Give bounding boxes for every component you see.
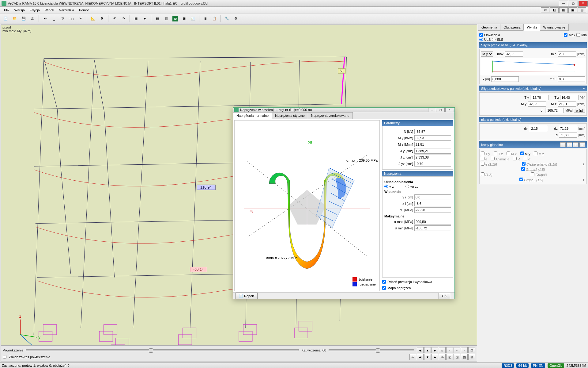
opt-d[interactable]: ⊞ [468, 354, 475, 360]
sigma-input[interactable] [545, 108, 564, 113]
dtab-tangent[interactable]: Naprężenia styczne [272, 112, 308, 119]
nav-down[interactable]: ▼ [424, 354, 431, 360]
node-tool[interactable]: ⊹ [41, 15, 49, 23]
save-button[interactable]: 💾 [20, 15, 28, 23]
menu-plik[interactable]: Plik [2, 7, 12, 13]
tab-wyniki[interactable]: Wyniki [523, 24, 540, 31]
load-tool[interactable]: ↓↓↓ [68, 15, 76, 23]
ty-input[interactable] [530, 95, 548, 100]
my-input[interactable] [528, 101, 546, 107]
grid-button[interactable]: ▦ [132, 15, 140, 23]
force-min-input[interactable] [558, 51, 576, 57]
grp-left-1[interactable] [481, 162, 484, 166]
report-button[interactable]: 📋 [210, 15, 218, 23]
grp-g1[interactable] [521, 167, 525, 171]
dlg-si-input[interactable] [414, 207, 451, 213]
menu-edycja[interactable]: Edycja [27, 7, 42, 13]
chart-opt-1[interactable]: ⊞ [560, 142, 566, 147]
nav-next[interactable]: ▶ [432, 354, 438, 360]
redo-button[interactable]: ↷ [119, 15, 127, 23]
print-button[interactable]: 🖶 [28, 15, 36, 23]
force-component-select[interactable]: M y [481, 51, 493, 57]
dlg-n-input[interactable] [414, 129, 451, 134]
chk-ty[interactable] [481, 151, 484, 155]
table-button[interactable]: ⊞ [180, 15, 188, 23]
grp-g3[interactable] [531, 172, 534, 176]
nav-next2[interactable]: ≫ [439, 354, 446, 360]
dialog-maximize[interactable]: ▢ [437, 108, 445, 112]
view-yz[interactable]: ▫ [461, 347, 468, 353]
filter-button[interactable]: ▼ [141, 15, 149, 23]
chk-stressmap[interactable] [382, 286, 386, 290]
dialog-close[interactable]: ✕ [445, 108, 453, 112]
chk-anim[interactable] [491, 157, 495, 160]
view-toggle-3[interactable]: ▦ [559, 7, 568, 13]
grp-cw[interactable] [522, 162, 526, 166]
nav-left[interactable]: ◀ [417, 347, 424, 353]
calc-1-button[interactable]: ▤ [153, 15, 161, 23]
opt-c[interactable]: ◳ [461, 354, 468, 360]
zoom-slider[interactable] [26, 349, 299, 351]
dialog-minimize[interactable]: — [428, 108, 436, 112]
calc-2-button[interactable]: ▥ [162, 15, 170, 23]
dlg-jy-input[interactable] [414, 148, 451, 154]
dropdown-icon[interactable]: ▾ [583, 86, 585, 90]
delete-tool[interactable]: ✖ [98, 15, 106, 23]
nav-prev2[interactable]: ≪ [409, 354, 416, 360]
undo-button[interactable]: ↶ [111, 15, 119, 23]
nav-prev[interactable]: ◀ [417, 354, 424, 360]
tab-geometria[interactable]: Geometria [478, 24, 500, 31]
bar-tool[interactable]: ⎯ [50, 15, 58, 23]
chk-mx[interactable] [507, 151, 510, 155]
view-toggle-1[interactable]: 👁 [541, 7, 549, 13]
chart-opt-2[interactable]: ⊟ [567, 142, 572, 147]
chk-r[interactable] [513, 157, 517, 160]
sls-radio[interactable] [492, 38, 496, 41]
yz-radio[interactable] [384, 185, 388, 188]
dy-input[interactable] [529, 126, 547, 131]
open-button[interactable]: 📂 [11, 15, 19, 23]
chart-opt-3[interactable]: ✚ [573, 142, 579, 147]
menu-wersja[interactable]: Wersja [12, 7, 27, 13]
view-iso[interactable]: ◳ [468, 347, 475, 353]
support-tool[interactable]: ▽ [59, 15, 67, 23]
dz-input[interactable] [559, 126, 577, 131]
options-button[interactable]: ⚙ [232, 15, 240, 23]
opt-a[interactable]: ◱ [446, 354, 453, 360]
tab-wymiarowanie[interactable]: Wymiarowanie [540, 24, 569, 31]
sigma-p-button[interactable]: σ (p) [574, 108, 585, 113]
chk-mz[interactable] [534, 151, 537, 155]
max-checkbox[interactable] [564, 33, 567, 37]
min-checkbox[interactable] [576, 33, 580, 37]
cut-tool[interactable]: ✂ [77, 15, 85, 23]
dialog-titlebar[interactable]: Naprężenia w przekroju - pręt nr 61 (x=0… [233, 108, 454, 112]
view-xy[interactable]: ▫ [446, 347, 453, 353]
ok-button[interactable]: OK [439, 293, 450, 299]
new-button[interactable]: 📄 [2, 15, 10, 23]
menu-widok[interactable]: Widok [42, 7, 57, 13]
chart-opt-4[interactable]: ≡ [579, 142, 585, 147]
nav-up[interactable]: ▲ [424, 347, 431, 353]
ygzg-radio[interactable] [405, 185, 409, 188]
tz-input[interactable] [560, 95, 579, 100]
xm-input[interactable] [491, 76, 519, 82]
dlg-jz-input[interactable] [414, 155, 451, 160]
dlg-smin-input[interactable] [414, 225, 451, 231]
report-button[interactable]: 📄Raport [236, 293, 258, 299]
settings-button[interactable]: 🔧 [223, 15, 231, 23]
scroll-up-icon[interactable]: ▲ [582, 162, 585, 166]
chk-core[interactable] [382, 280, 386, 284]
close-button[interactable]: ✕ [579, 1, 588, 6]
tab-obciazenia[interactable]: Obciążenia [500, 24, 524, 31]
grp-left-2[interactable] [481, 172, 484, 176]
opt-b[interactable]: ◲ [454, 354, 460, 360]
view-xz[interactable]: ▪ [454, 347, 460, 353]
dlg-zi-input[interactable] [414, 201, 451, 206]
dlg-smax-input[interactable] [414, 219, 451, 224]
dlg-my-input[interactable] [414, 135, 451, 141]
xL-input[interactable] [558, 76, 585, 82]
chk-sigma[interactable] [524, 157, 527, 160]
chart-button[interactable]: 📊 [189, 15, 197, 23]
maximize-button[interactable]: ▢ [569, 1, 578, 6]
mz-input[interactable] [558, 101, 576, 107]
